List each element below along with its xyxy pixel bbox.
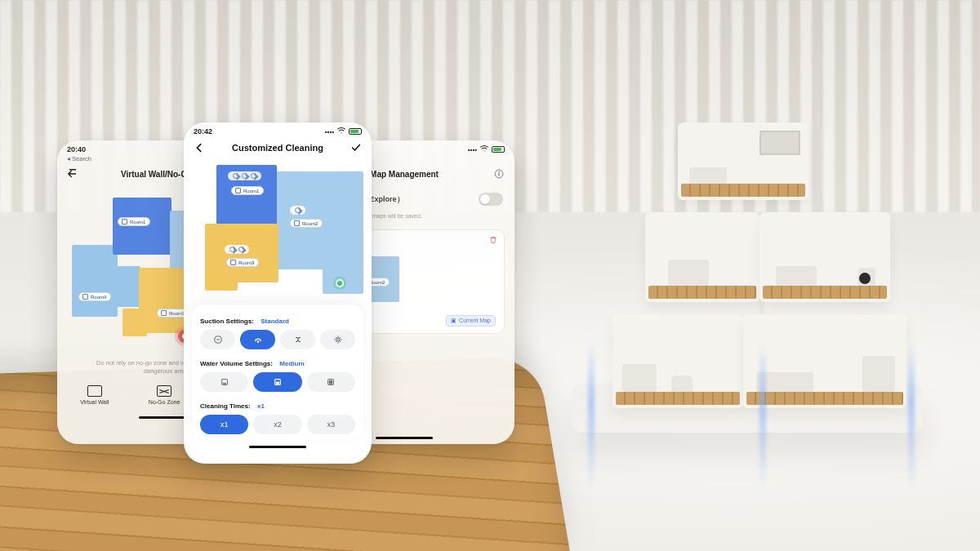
signal-icon: •••• (468, 146, 477, 153)
floor-plan-map[interactable]: Room1 Room2 Room3 (192, 160, 363, 299)
multifloor-switch[interactable] (479, 193, 503, 206)
svg-rect-4 (498, 173, 499, 176)
settings-panel: Suction Settings: Standard (192, 305, 363, 439)
status-bar: 20:42 •••• (184, 122, 372, 137)
svg-rect-13 (329, 380, 332, 384)
svg-point-5 (498, 171, 499, 172)
room-tag[interactable]: Room2 (290, 219, 323, 228)
confirm-icon[interactable] (350, 142, 362, 153)
suction-standard[interactable] (240, 330, 275, 349)
delete-map-icon[interactable] (489, 236, 497, 244)
room-tag[interactable]: Room3 (226, 258, 259, 267)
suction-strong[interactable] (280, 330, 315, 349)
cycle-indicator (290, 206, 305, 215)
times-x2[interactable]: x2 (253, 415, 301, 434)
robot-location-icon (336, 279, 344, 287)
tab-no-go-zone[interactable]: No-Go Zone (149, 385, 180, 405)
battery-icon (492, 146, 505, 153)
water-low[interactable] (200, 372, 248, 392)
phone-mockups: 20:40 •••• ◂ Search Virtual Wall/No-Go Z… (57, 131, 490, 482)
home-indicator (376, 437, 433, 439)
title-bar: Customized Cleaning (184, 137, 372, 160)
water-high[interactable] (307, 372, 355, 392)
room-tag[interactable]: Room4 (78, 292, 111, 301)
cycle-indicator (225, 245, 249, 254)
times-setting: Cleaning Times: x1 x1 x2 x3 (200, 397, 355, 434)
times-x1[interactable]: x1 (200, 415, 248, 434)
wifi-icon (480, 145, 488, 153)
water-medium[interactable] (253, 372, 301, 392)
wifi-icon (337, 127, 345, 136)
current-map-badge: ▣Current Map (446, 315, 496, 327)
room-tag[interactable]: Room1 (231, 186, 264, 195)
svg-rect-9 (223, 383, 226, 384)
cycle-indicator (228, 171, 261, 180)
screen-title: Customized Cleaning (232, 143, 323, 153)
suction-setting: Suction Settings: Standard (200, 312, 355, 349)
screen-title: Map Management (370, 170, 439, 179)
flag-icon: ▣ (451, 318, 457, 323)
room-tag[interactable]: Room1 (118, 217, 150, 226)
svg-rect-11 (276, 382, 279, 384)
back-icon[interactable] (194, 142, 205, 153)
back-icon[interactable] (67, 168, 78, 180)
status-time: 20:42 (194, 127, 212, 136)
suction-quiet[interactable] (200, 330, 235, 349)
phone-customized-cleaning: 20:42 •••• Customized Cleaning (184, 122, 372, 464)
tab-virtual-wall[interactable]: Virtual Wall (80, 385, 109, 405)
suction-max[interactable] (320, 330, 355, 349)
info-icon[interactable] (493, 168, 505, 180)
home-indicator (249, 446, 306, 448)
times-x3[interactable]: x3 (307, 415, 355, 434)
status-time: 20:40 (67, 145, 86, 153)
battery-icon (349, 128, 362, 135)
water-setting: Water Volume Settings: Medium (200, 354, 355, 392)
signal-icon: •••• (325, 128, 334, 136)
dollhouse-illustration (612, 122, 906, 433)
